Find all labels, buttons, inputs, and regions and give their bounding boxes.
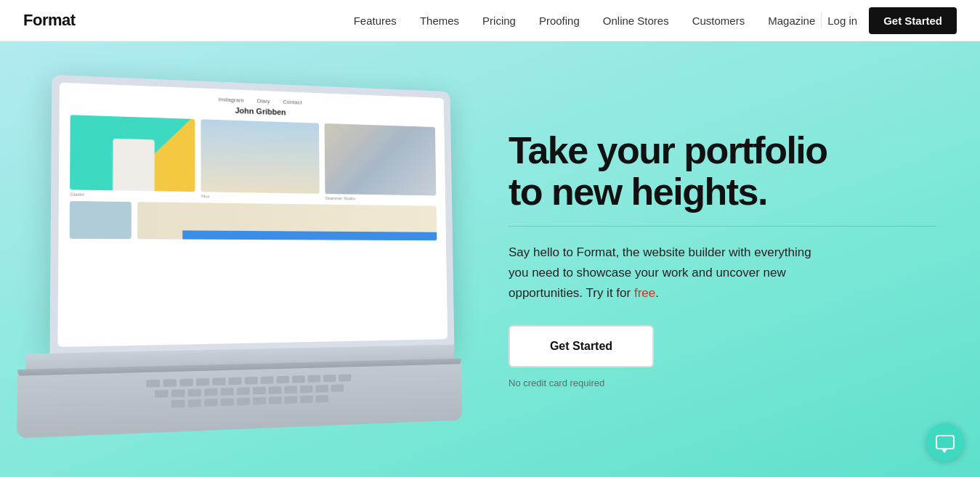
key [204,388,217,396]
portfolio-grid: Glaskit Flux Skammer Studi [59,115,445,202]
key [277,376,290,384]
key [323,375,336,382]
key [155,390,169,398]
nav-themes[interactable]: Themes [420,15,459,27]
navbar: Format Features Themes Pricing Proofing … [0,0,980,41]
chat-button[interactable] [926,423,964,461]
chat-icon [936,435,955,449]
portfolio-image-3 [324,123,436,196]
key [221,388,234,396]
key [253,397,266,405]
key [146,380,160,388]
key [269,386,282,394]
key [339,374,351,381]
hero-heading-line1: Take your portfolio [509,129,827,171]
nav-get-started-button[interactable]: Get Started [869,7,957,34]
key [188,389,202,397]
key [300,386,313,394]
hero-section: Instagram Diary Contact John Gribben Gla… [0,41,980,477]
key [171,400,185,408]
portfolio-blue-accent [182,230,437,240]
hero-get-started-button[interactable]: Get Started [509,325,654,367]
portfolio-item-3: Skammer Studio [324,123,436,202]
nav-links: Features Themes Pricing Proofing Online … [354,15,816,27]
key [315,385,328,393]
key [269,396,282,404]
key [196,378,209,386]
key [285,396,298,404]
key [229,378,242,386]
laptop-keyboard-area [17,364,462,438]
hero-free-link[interactable]: free [634,286,655,300]
hero-heading: Take your portfolio to new heights. [509,130,936,213]
key [204,399,217,407]
laptop-mockup-section: Instagram Diary Contact John Gribben Gla… [0,41,494,477]
portfolio-nav-item: Instagram [219,96,244,103]
portfolio-bottom-image-2 [137,202,437,240]
key [212,378,225,386]
nav-magazine[interactable]: Magazine [768,15,815,27]
key [316,395,328,403]
key [300,396,313,404]
hero-description: Say hello to Format, the website builder… [509,242,828,303]
key [253,387,266,395]
portfolio-nav-item: Contact [283,99,302,106]
key [163,379,177,387]
key [237,387,250,395]
laptop-screen-inner: Instagram Diary Contact John Gribben Gla… [58,83,448,347]
hero-divider [509,226,936,227]
nav-online-stores[interactable]: Online Stores [603,15,669,27]
laptop-wrapper: Instagram Diary Contact John Gribben Gla… [17,73,469,449]
hero-heading-line2: to new heights. [509,171,767,213]
nav-pricing[interactable]: Pricing [482,15,516,27]
hero-note: No credit card required [509,378,936,388]
nav-proofing[interactable]: Proofing [539,15,580,27]
keyboard-rows [41,372,442,416]
key [331,384,344,391]
key [171,389,185,397]
key [237,398,250,406]
brand-logo[interactable]: Format [23,11,76,30]
portfolio-nav-item: Diary [256,97,270,105]
nav-features[interactable]: Features [354,15,397,27]
portfolio-item-2: Flux [201,119,320,200]
key [245,377,258,385]
portfolio-image-2 [201,119,320,194]
portfolio-image-1 [70,115,195,192]
key [221,398,234,406]
laptop-screen: Instagram Diary Contact John Gribben Gla… [49,75,454,355]
key [284,386,297,394]
key [188,399,202,407]
key [292,375,305,383]
nav-divider [821,12,822,28]
nav-login[interactable]: Log in [827,15,857,27]
nav-customers[interactable]: Customers [692,15,745,27]
portfolio-item-1: Glaskit [70,115,195,198]
portfolio-bottom-image-1 [70,201,131,239]
hero-content: Take your portfolio to new heights. Say … [494,101,980,418]
key [179,378,193,386]
key [261,376,274,384]
key [308,375,321,383]
portfolio-bottom-row [59,196,446,240]
